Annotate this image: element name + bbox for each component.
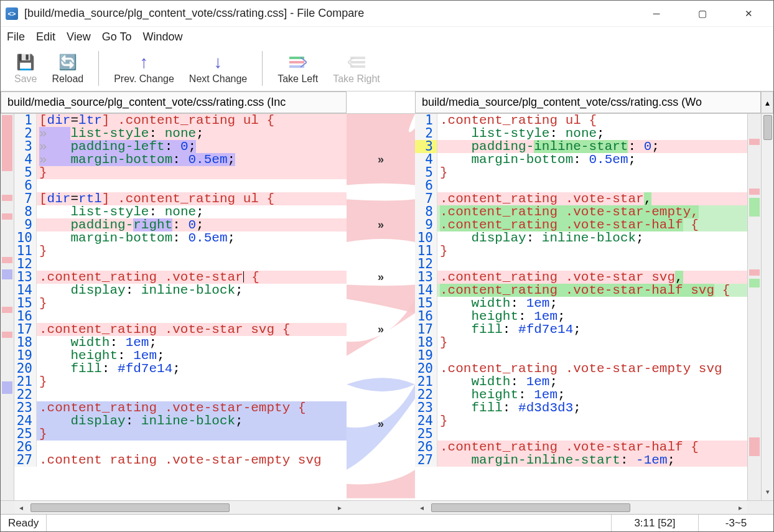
left-path[interactable]: build/media_source/plg_content_vote/css/…: [1, 91, 347, 113]
save-button[interactable]: 💾 Save: [7, 51, 44, 86]
code-line[interactable]: 11}: [14, 245, 347, 258]
prev-change-button[interactable]: ↑ Prev. Change: [106, 51, 182, 86]
right-overview-map[interactable]: [747, 114, 761, 500]
left-overview-map[interactable]: [1, 114, 14, 500]
window-controls: ─ ▢ ✕: [644, 8, 768, 19]
code-line[interactable]: 9.content_rating .vote-star-half {: [415, 218, 747, 231]
code-line[interactable]: 17.content_rating .vote-star svg {: [14, 323, 347, 336]
menu-window[interactable]: Window: [142, 30, 182, 44]
code-line[interactable]: 2 list-style: none;: [415, 127, 747, 140]
merge-right-chevron[interactable]: »: [378, 218, 384, 231]
code-line[interactable]: 2» list-style: none;: [14, 127, 347, 140]
code-line[interactable]: 13.content_rating .vote-star svg,: [415, 271, 747, 284]
left-hscroll[interactable]: ◂ ▸: [14, 501, 347, 514]
code-line[interactable]: 8 list-style: none;: [14, 205, 347, 218]
merge-right-chevron[interactable]: »: [378, 153, 384, 166]
merge-right-chevron[interactable]: »: [378, 323, 384, 336]
code-line[interactable]: 10 display: inline-block;: [415, 231, 747, 245]
take-left-icon: [288, 52, 308, 72]
diff-gutter[interactable]: » » » » »: [347, 114, 415, 500]
toolbar: 💾 Save 🔄 Reload ↑ Prev. Change ↓ Next Ch…: [1, 49, 773, 91]
code-line[interactable]: 24 display: inline-block;: [14, 414, 347, 427]
code-line[interactable]: 19 height: 1em;: [14, 349, 347, 362]
code-line[interactable]: 23.content_rating .vote-star-empty {: [14, 401, 347, 414]
code-line[interactable]: 27.content rating .vote-star-empty svg: [14, 454, 347, 467]
menu-file[interactable]: File: [7, 30, 25, 44]
menu-view[interactable]: View: [67, 30, 91, 44]
right-hscroll[interactable]: ◂ ▸: [415, 501, 747, 514]
code-line[interactable]: 3 padding-inline-start: 0;: [415, 140, 747, 153]
app-icon: [6, 7, 18, 20]
code-line[interactable]: 5}: [14, 166, 347, 179]
code-line[interactable]: 27 margin-inline-start: -1em;: [415, 454, 747, 467]
diff-panes: 1[dir=ltr] .content_rating ul {2» list-s…: [1, 114, 773, 500]
take-right-button[interactable]: Take Right: [325, 51, 388, 86]
path-row: build/media_source/plg_content_vote/css/…: [1, 91, 773, 114]
code-line[interactable]: 18}: [415, 336, 747, 349]
close-button[interactable]: ✕: [736, 8, 761, 19]
status-diff: -3~5: [699, 515, 773, 531]
code-line[interactable]: 6: [14, 179, 347, 192]
code-line[interactable]: 21 width: 1em;: [415, 375, 747, 388]
code-line[interactable]: 26: [14, 441, 347, 454]
code-line[interactable]: 19: [415, 349, 747, 362]
vertical-scrollbar[interactable]: ▾: [761, 114, 773, 500]
reload-button[interactable]: 🔄 Reload: [44, 51, 91, 86]
take-left-button[interactable]: Take Left: [270, 51, 325, 86]
merge-right-chevron[interactable]: »: [378, 271, 384, 284]
code-line[interactable]: 18 width: 1em;: [14, 336, 347, 349]
code-line[interactable]: 5}: [415, 166, 747, 179]
code-line[interactable]: 21}: [14, 375, 347, 388]
code-line[interactable]: 15 width: 1em;: [415, 297, 747, 310]
code-line[interactable]: 3» padding-left: 0;: [14, 140, 347, 153]
code-line[interactable]: 17 fill: #fd7e14;: [415, 323, 747, 336]
left-code[interactable]: 1[dir=ltr] .content_rating ul {2» list-s…: [14, 114, 347, 500]
left-pane[interactable]: 1[dir=ltr] .content_rating ul {2» list-s…: [14, 114, 347, 500]
code-line[interactable]: 22: [14, 388, 347, 401]
code-line[interactable]: 23 fill: #d3d3d3;: [415, 401, 747, 414]
code-line[interactable]: 20.content_rating .vote-star-empty svg: [415, 362, 747, 375]
code-line[interactable]: 16 height: 1em;: [415, 310, 747, 323]
titlebar: [build/media_source/plg_content_vote/css…: [1, 1, 773, 27]
code-line[interactable]: 4 margin-bottom: 0.5em;: [415, 153, 747, 166]
code-line[interactable]: 24}: [415, 414, 747, 427]
menu-goto[interactable]: Go To: [102, 30, 132, 44]
minimize-button[interactable]: ─: [644, 8, 669, 19]
code-line[interactable]: 1.content_rating ul {: [415, 114, 747, 127]
vscroll-up[interactable]: ▴: [761, 91, 773, 113]
code-line[interactable]: 25: [415, 427, 747, 441]
code-line[interactable]: 16: [14, 310, 347, 323]
code-line[interactable]: 6: [415, 179, 747, 192]
code-line[interactable]: 13.content_rating .vote-star {: [14, 271, 347, 284]
code-line[interactable]: 10 margin-bottom: 0.5em;: [14, 231, 347, 245]
code-line[interactable]: 4» margin-bottom: 0.5em;: [14, 153, 347, 166]
menu-edit[interactable]: Edit: [36, 30, 55, 44]
maximize-button[interactable]: ▢: [690, 8, 715, 19]
right-pane[interactable]: 1.content_rating ul {2 list-style: none;…: [415, 114, 747, 500]
svg-rect-4: [350, 61, 365, 63]
code-line[interactable]: 1[dir=ltr] .content_rating ul {: [14, 114, 347, 127]
right-code[interactable]: 1.content_rating ul {2 list-style: none;…: [415, 114, 747, 500]
code-line[interactable]: 7.content_rating .vote-star,: [415, 192, 747, 205]
save-icon: 💾: [16, 52, 35, 72]
code-line[interactable]: 7[dir=rtl] .content_rating ul {: [14, 192, 347, 205]
code-line[interactable]: 12: [415, 258, 747, 271]
code-line[interactable]: 8.content_rating .vote-star-empty,: [415, 205, 747, 218]
code-line[interactable]: 9 padding-right: 0;: [14, 218, 347, 231]
code-line[interactable]: 11}: [415, 245, 747, 258]
status-position: 3:11 [52]: [612, 515, 699, 531]
code-line[interactable]: 22 height: 1em;: [415, 388, 747, 401]
code-line[interactable]: 20 fill: #fd7e14;: [14, 362, 347, 375]
code-line[interactable]: 14 display: inline-block;: [14, 284, 347, 297]
code-line[interactable]: 15}: [14, 297, 347, 310]
window-title: [build/media_source/plg_content_vote/css…: [24, 7, 364, 20]
merge-right-chevron[interactable]: »: [378, 418, 384, 431]
next-change-button[interactable]: ↓ Next Change: [182, 51, 254, 86]
code-line[interactable]: 25}: [14, 427, 347, 441]
svg-rect-1: [289, 61, 304, 63]
code-line[interactable]: 26.content_rating .vote-star-half {: [415, 441, 747, 454]
right-path[interactable]: build/media_source/plg_content_vote/css/…: [415, 91, 761, 113]
reload-icon: 🔄: [58, 52, 78, 72]
code-line[interactable]: 14.content_rating .vote-star-half svg {: [415, 284, 747, 297]
code-line[interactable]: 12: [14, 258, 347, 271]
